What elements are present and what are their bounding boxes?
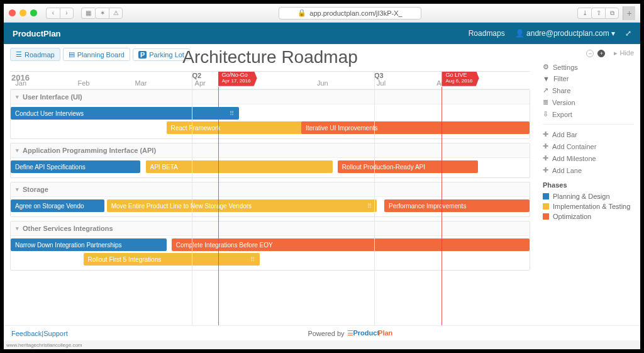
lane-row: Define API SpecificationsAPI BETARollout… bbox=[11, 160, 530, 173]
page-title: Architecture Roadmap bbox=[10, 47, 530, 67]
roadmap-bar[interactable]: Define API Specifications bbox=[11, 160, 140, 173]
toolbar-warning-icon[interactable]: ⚠ bbox=[109, 8, 123, 19]
lane-header[interactable]: ▾User Interface (UI) bbox=[11, 90, 530, 104]
side-label: Version bbox=[552, 99, 575, 106]
lane-header[interactable]: ▾Application Programming Interface (API) bbox=[11, 143, 530, 158]
expand-icon[interactable]: ⤢ bbox=[625, 29, 631, 38]
toolbar-extension-icon[interactable]: ▦ bbox=[81, 8, 95, 19]
maximize-window-icon[interactable] bbox=[30, 9, 37, 16]
brand[interactable]: ProductPlan bbox=[13, 29, 61, 38]
month-label: Mar bbox=[135, 79, 147, 87]
roadmap-bar[interactable]: Move Entire Product Line to New Storage … bbox=[107, 199, 377, 212]
roadmap-bar[interactable]: Complete Integrations Before EOY bbox=[172, 238, 530, 251]
side-add-container[interactable]: ✚Add Container bbox=[543, 140, 634, 152]
side-menu-settings[interactable]: ⚙Settings bbox=[543, 61, 634, 73]
lane-title: User Interface (UI) bbox=[23, 93, 82, 101]
address-bar[interactable]: 🔒 app.productplan.com/jI3kP-X_ bbox=[279, 7, 422, 20]
phase-label: Implementation & Testing bbox=[553, 203, 630, 210]
user-icon: 👤 bbox=[515, 29, 525, 38]
side-add-milestone[interactable]: ✚Add Milestone bbox=[543, 152, 634, 164]
user-menu[interactable]: 👤 andre@productplan.com ▾ bbox=[515, 29, 615, 38]
nav-roadmaps[interactable]: Roadmaps bbox=[469, 29, 505, 38]
lane-title: Storage bbox=[23, 186, 48, 193]
download-icon[interactable]: ⤓ bbox=[577, 8, 591, 19]
powered-by-label: Powered by bbox=[308, 330, 344, 337]
hide-sidebar-button[interactable]: ▸ Hide bbox=[614, 49, 634, 57]
phase-swatch bbox=[543, 203, 549, 210]
side-add-lane[interactable]: ✚Add Lane bbox=[543, 164, 634, 176]
side-label: Add Bar bbox=[552, 131, 577, 138]
side-label: Add Lane bbox=[552, 167, 582, 174]
roadmap-bar[interactable]: Narrow Down Integration Partnerships bbox=[11, 238, 167, 251]
roadmap-bar[interactable]: Performance Improvements bbox=[384, 199, 530, 212]
nav-back-button[interactable]: ‹ bbox=[46, 8, 60, 19]
hide-label: Hide bbox=[619, 49, 634, 57]
roadmap-bar[interactable]: Rollout Production-Ready API bbox=[338, 160, 478, 173]
bar-label: Agree on Storage Vendo bbox=[15, 203, 84, 210]
roadmap-bar[interactable]: Conduct User Interviews⠿ bbox=[11, 107, 239, 120]
plus-icon: ✚ bbox=[543, 142, 548, 150]
month-label: Q2 bbox=[192, 72, 201, 79]
milestone-flag[interactable]: Go LIVEAug 6, 2016 bbox=[441, 71, 479, 86]
browser-toolbar: ‹ › ▦ ✶ ⚠ 🔒 app.productplan.com/jI3kP-X_… bbox=[4, 4, 640, 23]
window-controls bbox=[9, 9, 37, 16]
bar-label: Move Entire Product Line to New Storage … bbox=[111, 203, 252, 210]
toolbar-wand-icon[interactable]: ✶ bbox=[95, 8, 109, 19]
phase-legend-item[interactable]: Planning & Design bbox=[543, 191, 634, 201]
side-label: Add Container bbox=[552, 143, 596, 150]
lane: ▾Other Services IntegrationsNarrow Down … bbox=[10, 221, 530, 271]
lane-row: Conduct User Interviews⠿ bbox=[11, 107, 530, 120]
zoom-out-button[interactable]: − bbox=[586, 50, 594, 57]
grip-icon: ⠿ bbox=[230, 110, 235, 117]
version-icon: ≣ bbox=[543, 98, 548, 106]
support-link[interactable]: Support bbox=[43, 330, 68, 337]
roadmap-bar[interactable]: API BETA bbox=[146, 160, 333, 173]
bar-label: Complete Integrations Before EOY bbox=[176, 242, 273, 249]
bar-label: API BETA bbox=[150, 164, 178, 171]
phase-swatch bbox=[543, 213, 549, 220]
bar-label: Iterative UI Improvements bbox=[306, 125, 377, 132]
plus-icon: ✚ bbox=[543, 130, 548, 138]
chevron-down-icon: ▾ bbox=[611, 29, 615, 38]
lane-row: React FrameworkIterative UI Improvements bbox=[11, 121, 530, 134]
side-menu-share[interactable]: ↗Share bbox=[543, 84, 634, 96]
lane-header[interactable]: ▾Other Services Integrations bbox=[11, 221, 530, 236]
zoom-in-button[interactable]: + bbox=[597, 50, 605, 57]
app-header: ProductPlan Roadmaps 👤 andre@productplan… bbox=[4, 23, 640, 44]
side-menu-export[interactable]: ⇩Export bbox=[543, 108, 634, 120]
phases-heading: Phases bbox=[543, 181, 634, 189]
tabs-icon[interactable]: ⧉ bbox=[605, 8, 619, 19]
phase-legend-item[interactable]: Optimization bbox=[543, 211, 634, 221]
month-label: Q3 bbox=[374, 72, 384, 79]
side-menu-version[interactable]: ≣Version bbox=[543, 96, 634, 108]
milestone-line bbox=[218, 87, 219, 325]
feedback-link[interactable]: Feedback bbox=[11, 330, 42, 337]
nav-forward-button[interactable]: › bbox=[60, 8, 74, 19]
roadmap-bar[interactable]: Rollout First 5 Integrations⠿ bbox=[84, 253, 260, 266]
lane-row: Narrow Down Integration PartnershipsComp… bbox=[11, 238, 530, 251]
side-add-bar[interactable]: ✚Add Bar bbox=[543, 128, 634, 140]
side-label: Settings bbox=[553, 64, 578, 71]
minimize-window-icon[interactable] bbox=[19, 9, 26, 16]
lane-header[interactable]: ▾Storage bbox=[11, 182, 530, 197]
lane-title: Other Services Integrations bbox=[23, 225, 113, 232]
productplan-logo[interactable]: ☰ProductPlan bbox=[347, 329, 393, 337]
side-label: Filter bbox=[553, 75, 569, 82]
bar-label: Rollout First 5 Integrations bbox=[88, 256, 162, 263]
share-icon[interactable]: ⇧ bbox=[591, 8, 605, 19]
side-menu-filter[interactable]: ▼Filter bbox=[543, 73, 634, 84]
bar-label: Rollout Production-Ready API bbox=[342, 164, 425, 171]
grip-icon: ⠿ bbox=[367, 203, 372, 210]
settings-icon: ⚙ bbox=[543, 63, 549, 71]
filter-icon: ▼ bbox=[543, 75, 550, 82]
roadmap-bar[interactable]: Iterative UI Improvements bbox=[301, 121, 530, 134]
phase-legend-item[interactable]: Implementation & Testing bbox=[543, 201, 634, 211]
new-tab-button[interactable]: + bbox=[623, 6, 635, 20]
phase-swatch bbox=[543, 193, 549, 199]
lane: ▾User Interface (UI)Conduct User Intervi… bbox=[10, 89, 530, 139]
close-window-icon[interactable] bbox=[9, 9, 16, 16]
app-footer: Feedback | Support Powered by ☰ProductPl… bbox=[4, 325, 640, 340]
roadmap-bar[interactable]: Agree on Storage Vendo bbox=[11, 199, 104, 212]
milestone-flag[interactable]: Go/No-GoApr 17, 2016 bbox=[218, 71, 257, 86]
timeline: 2016 JanFebMarQ2AprJunQ3JulAuGo/No-GoApr… bbox=[10, 71, 530, 325]
